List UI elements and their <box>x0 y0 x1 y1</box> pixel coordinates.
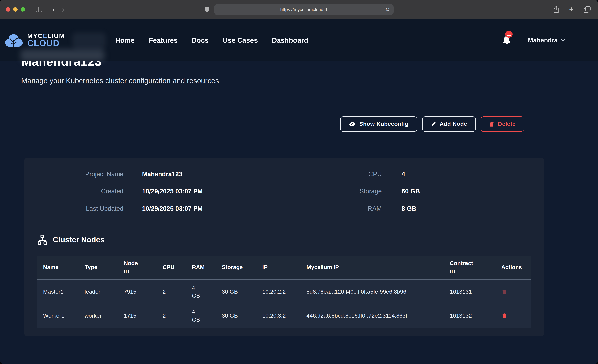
browser-window: ‹ › https://myceliumcloud.tf ↻ + <box>0 0 598 364</box>
details-right-column: CPU 4 Storage 60 GB RAM 8 GB <box>284 170 531 213</box>
column-header-node-id: Node ID <box>118 259 157 276</box>
cell-ram: 4 GB <box>186 308 216 323</box>
add-node-button[interactable]: Add Node <box>422 116 476 132</box>
blurred-region <box>72 33 106 49</box>
delete-node-button[interactable] <box>495 313 507 319</box>
tab-overview-icon[interactable] <box>584 6 590 13</box>
nav-links: Home Features Docs Use Cases Dashboard <box>115 36 308 44</box>
cell-mycelium-ip: 446:d2a6:8bcd:8c16:ff0f:72e2:3114:863f <box>300 312 444 320</box>
traffic-lights <box>6 7 25 12</box>
nav-link-dashboard[interactable]: Dashboard <box>272 36 308 44</box>
reload-icon[interactable]: ↻ <box>385 6 390 13</box>
column-header-ip: IP <box>256 264 300 272</box>
cell-name: Worker1 <box>37 312 79 320</box>
column-header-storage: Storage <box>216 264 256 272</box>
column-header-contract-id: Contract ID <box>444 259 495 276</box>
zoom-window-button[interactable] <box>21 7 25 12</box>
minimize-window-button[interactable] <box>13 7 17 12</box>
cell-cpu: 2 <box>157 312 186 320</box>
cell-type: leader <box>79 288 118 296</box>
blurred-region <box>21 50 104 61</box>
detail-label: CPU <box>284 170 382 178</box>
detail-label: Last Updated <box>37 205 124 213</box>
nav-link-features[interactable]: Features <box>149 36 178 44</box>
page-content: MYCELIUM CLOUD Home Features Docs Use Ca… <box>0 19 598 364</box>
url-text: https://myceliumcloud.tf <box>280 7 327 12</box>
detail-label: Project Name <box>37 170 124 178</box>
cluster-actions: Show Kubeconfig Add Node Delete <box>21 116 577 132</box>
cell-name: Master1 <box>37 288 79 296</box>
cell-storage: 30 GB <box>216 312 256 320</box>
cell-node-id: 1715 <box>118 312 157 320</box>
notifications-button[interactable]: 11 <box>502 35 511 45</box>
column-header-mycelium-ip: Mycelium IP <box>300 264 444 272</box>
pencil-icon <box>431 121 436 127</box>
cell-type: worker <box>79 312 118 320</box>
sidebar-toggle-icon[interactable] <box>35 7 42 12</box>
eye-icon <box>349 122 356 127</box>
forward-button[interactable]: › <box>59 5 67 14</box>
back-button[interactable]: ‹ <box>50 5 57 14</box>
cell-cpu: 2 <box>157 288 186 296</box>
close-window-button[interactable] <box>6 7 10 12</box>
detail-value: 10/29/2025 03:07 PM <box>142 205 284 213</box>
column-header-actions: Actions <box>495 264 531 272</box>
cell-ip: 10.20.3.2 <box>256 312 300 320</box>
table-row: Master1 leader 7915 2 4 GB 30 GB 10.20.2… <box>37 280 531 304</box>
mycelium-cloud-logo[interactable]: MYCELIUM CLOUD <box>5 32 65 48</box>
detail-value: 10/29/2025 03:07 PM <box>142 188 284 195</box>
cluster-nodes-icon <box>37 235 48 245</box>
trash-icon <box>489 121 494 127</box>
chevron-down-icon <box>561 37 565 41</box>
detail-value: 4 <box>402 170 531 178</box>
trash-icon <box>502 289 507 295</box>
detail-label: Created <box>37 188 124 195</box>
nav-link-home[interactable]: Home <box>115 36 135 44</box>
site-navbar: MYCELIUM CLOUD Home Features Docs Use Ca… <box>0 19 598 61</box>
column-header-type: Type <box>79 264 118 272</box>
details-left-column: Project Name Mahendra123 Created 10/29/2… <box>37 170 284 213</box>
browser-toolbar: ‹ › https://myceliumcloud.tf ↻ + <box>0 0 598 19</box>
cell-node-id: 7915 <box>118 288 157 296</box>
share-icon[interactable] <box>553 6 559 13</box>
column-header-cpu: CPU <box>157 264 186 272</box>
new-tab-icon[interactable]: + <box>569 6 573 13</box>
nav-link-docs[interactable]: Docs <box>192 36 209 44</box>
privacy-shield-icon[interactable] <box>205 7 209 12</box>
detail-value: 60 GB <box>402 188 531 195</box>
user-menu[interactable]: Mahendra <box>528 37 565 44</box>
logo-wordmark: MYCELIUM CLOUD <box>27 33 65 48</box>
cluster-details-panel: Project Name Mahendra123 Created 10/29/2… <box>24 157 544 337</box>
notification-badge: 11 <box>505 31 513 38</box>
detail-label: RAM <box>284 205 382 213</box>
detail-value: 8 GB <box>402 205 531 213</box>
column-header-ram: RAM <box>186 264 216 272</box>
detail-label: Storage <box>284 188 382 195</box>
detail-value: Mahendra123 <box>142 170 284 178</box>
cell-ram: 4 GB <box>186 284 216 300</box>
show-kubeconfig-button[interactable]: Show Kubeconfig <box>341 116 417 132</box>
delete-cluster-button[interactable]: Delete <box>481 116 524 132</box>
cell-mycelium-ip: 5d8:78ea:a120:f40c:ff0f:a5fe:99e6:8b96 <box>300 288 444 296</box>
trash-icon <box>502 313 507 319</box>
cluster-nodes-heading: Cluster Nodes <box>53 235 105 244</box>
nav-link-use-cases[interactable]: Use Cases <box>223 36 258 44</box>
cluster-nodes-table: Name Type Node ID CPU RAM Storage IP Myc… <box>37 256 531 328</box>
cell-contract-id: 1613132 <box>444 312 495 320</box>
cell-contract-id: 1613131 <box>444 288 495 296</box>
page-subtitle: Manage your Kubernetes cluster configura… <box>21 77 577 85</box>
column-header-name: Name <box>37 264 79 272</box>
table-row: Worker1 worker 1715 2 4 GB 30 GB 10.20.3… <box>37 304 531 328</box>
address-bar[interactable]: https://myceliumcloud.tf ↻ <box>214 4 393 15</box>
table-header-row: Name Type Node ID CPU RAM Storage IP Myc… <box>37 256 531 280</box>
cloud-logo-icon <box>5 32 23 48</box>
user-name: Mahendra <box>528 37 558 44</box>
delete-node-button[interactable] <box>495 289 507 295</box>
cell-storage: 30 GB <box>216 288 256 296</box>
cell-ip: 10.20.2.2 <box>256 288 300 296</box>
